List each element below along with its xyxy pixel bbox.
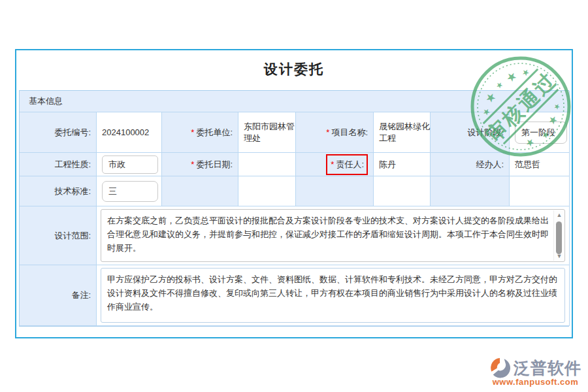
value-entrust-no: 2024100002 — [97, 112, 162, 153]
cell-project-nature: 市政 — [97, 153, 162, 176]
cell-technical-standard: 三 — [97, 176, 162, 206]
svg-text:★: ★ — [523, 135, 537, 150]
value-entrust-unit: 东阳市园林管理处 — [238, 112, 296, 153]
value-entrust-date[interactable] — [238, 153, 296, 176]
label-entrust-unit: *委托单位: — [162, 112, 238, 153]
svg-text:★: ★ — [482, 90, 499, 106]
label-entrust-date: *委托日期: — [162, 153, 238, 176]
footer-brand: 泛普软件 www.fanpusoft.com — [489, 357, 581, 387]
empty-value-cell — [374, 176, 431, 206]
technical-standard-input[interactable]: 三 — [102, 181, 158, 202]
empty-value-cell — [238, 176, 296, 206]
label-responsible-person: *责任人: — [296, 153, 374, 176]
fanpu-logo-icon — [489, 357, 512, 379]
value-project-name: 晟铭园林绿化工程 — [374, 112, 431, 153]
svg-text:★: ★ — [551, 101, 562, 112]
remarks-textarea[interactable]: 甲方应保护乙方的投标书、设计方案、文件、资料图纸、数据、计算软件和专利技术。未经… — [101, 268, 565, 323]
svg-text:★: ★ — [546, 113, 560, 127]
value-responsible-person: 陈丹 — [374, 153, 431, 176]
scrollbar-thumb[interactable] — [556, 221, 562, 254]
cell-remarks: 甲方应保护乙方的投标书、设计方案、文件、资料图纸、数据、计算软件和专利技术。未经… — [97, 265, 570, 326]
label-technical-standard: 技术标准: — [20, 176, 97, 206]
svg-text:★: ★ — [539, 129, 551, 141]
brand-name: 泛普软件 — [514, 357, 581, 379]
empty-label-cell — [431, 176, 510, 206]
label-remarks: 备注: — [20, 265, 97, 326]
brand-url[interactable]: www.fanpusoft.com — [489, 377, 581, 387]
label-entrust-no: 委托编号: — [20, 112, 97, 153]
scrollbar[interactable]: ▲ ▼ — [553, 210, 564, 261]
svg-text:★: ★ — [494, 80, 506, 91]
empty-value-cell — [510, 176, 570, 206]
responsible-person-highlight-box: *责任人: — [326, 154, 368, 175]
empty-label-cell — [162, 176, 238, 206]
required-star: * — [331, 159, 334, 169]
required-star: * — [326, 127, 329, 137]
empty-label-cell — [296, 176, 374, 206]
required-star: * — [191, 127, 194, 137]
approval-stamp: 审核通过 ★ ★ ★ ★ ★ ★ ★ ★ ★ — [469, 55, 572, 158]
project-nature-input[interactable]: 市政 — [102, 155, 158, 174]
svg-text:★: ★ — [503, 69, 520, 86]
required-star: * — [191, 159, 194, 169]
label-design-scope: 设计范围: — [20, 206, 97, 265]
label-project-nature: 工程性质: — [20, 153, 97, 176]
design-scope-textarea[interactable]: 在方案交底之前，乙负责总平面设计的报批配合及方案设计阶段各专业的技术支、对方案设… — [101, 209, 565, 262]
scroll-down-icon[interactable]: ▼ — [554, 252, 564, 261]
scroll-up-icon[interactable]: ▲ — [554, 210, 564, 220]
label-project-name: *项目名称: — [296, 112, 374, 153]
cell-design-scope: 在方案交底之前，乙负责总平面设计的报批配合及方案设计阶段各专业的技术支、对方案设… — [97, 206, 570, 265]
